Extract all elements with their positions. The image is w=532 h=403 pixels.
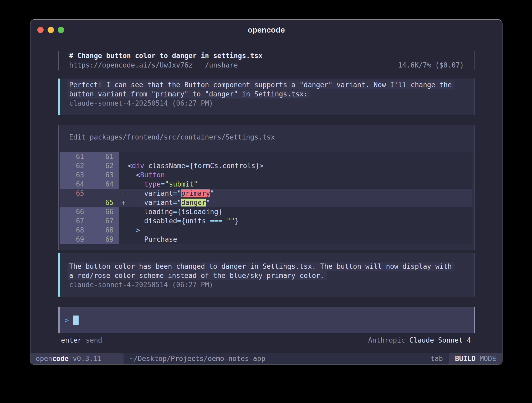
message-text-line: The button color has been changed to dan… [69, 262, 474, 271]
diff-code-line: loading={isLoading} [128, 207, 472, 216]
old-line-number [60, 198, 90, 207]
diff-row: 6868 > [60, 226, 472, 235]
diff-row: 65- variant="primary" [60, 189, 472, 198]
old-line-number: 66 [60, 207, 90, 216]
provider-name: Anthropic [368, 336, 405, 344]
diff-row: 65+ variant="danger" [60, 198, 472, 207]
diff-row: 6767 disabled={units === ""} [60, 216, 472, 226]
app-version: v0.3.11 [69, 355, 101, 363]
new-line-number: 69 [90, 235, 119, 244]
old-line-number: 67 [60, 216, 90, 226]
mode-label-bold: BUILD [455, 355, 475, 363]
diff-sign [119, 207, 128, 216]
unshare-command: /unshare [205, 60, 238, 70]
diff-sign [119, 226, 128, 235]
assistant-message: The button color has been changed to dan… [58, 253, 475, 297]
window-title: opencode [248, 25, 285, 34]
diff-code-line: <div className={formCs.controls}> [128, 161, 472, 170]
diff-row: 6363 <Button [60, 170, 472, 180]
diff-code-line: variant="danger" [128, 198, 472, 207]
session-header: # Change button color to danger in setti… [58, 51, 475, 70]
diff-row: 6161 [60, 152, 472, 161]
message-text-line: Perfect! I can see that the Button compo… [69, 80, 474, 90]
new-line-number [90, 189, 119, 198]
share-url-link[interactable]: https://opencode.ai/s/UwJxv76z [69, 60, 193, 70]
new-line-number: 67 [90, 216, 119, 226]
message-model-timestamp: claude-sonnet-4-20250514 (06:27 PM) [69, 280, 474, 290]
app-name-open: open [36, 355, 52, 363]
diff-code-line: variant="primary" [128, 189, 472, 198]
old-line-number: 65 [60, 189, 90, 198]
old-line-number: 62 [60, 161, 90, 170]
status-bar: opencode v0.3.11 ~/Desktop/Projects/demo… [30, 353, 502, 364]
send-action-hint: send [86, 336, 102, 345]
message-text-line: a red/rose color scheme instead of the b… [69, 271, 474, 280]
window-titlebar[interactable]: opencode [30, 20, 502, 40]
traffic-lights [37, 20, 64, 40]
diff-sign: - [119, 189, 128, 198]
model-name: Claude Sonnet 4 [409, 336, 471, 344]
diff-code-line: <Button [128, 170, 472, 180]
send-action-hint [81, 336, 86, 345]
new-line-number: 66 [90, 207, 119, 216]
diff-sign [119, 161, 128, 170]
diff-code-line: > [128, 226, 472, 235]
close-button[interactable] [37, 27, 44, 33]
old-line-number: 61 [60, 152, 90, 161]
working-directory: ~/Desktop/Projects/demo-notes-app [130, 353, 265, 364]
old-line-number: 64 [60, 180, 90, 189]
edit-tool-card: Edit packages/frontend/src/containers/Se… [58, 125, 475, 250]
new-line-number: 65 [90, 198, 119, 207]
session-title: # Change button color to danger in setti… [69, 51, 464, 60]
text-cursor [73, 316, 79, 325]
diff-code-line: disabled={units === ""} [128, 216, 472, 226]
diff-row: 6666 loading={isLoading} [60, 207, 472, 216]
new-line-number: 62 [90, 161, 119, 170]
diff-sign [119, 216, 128, 226]
mode-label-rest: MODE [475, 355, 496, 363]
diff-sign [119, 152, 128, 161]
enter-key-hint: enter [61, 336, 81, 345]
app-name-code: code [52, 355, 69, 363]
assistant-message: Perfect! I can see that the Button compo… [58, 79, 475, 115]
app-version-chip: opencode v0.3.11 [30, 353, 124, 364]
diff-sign [119, 170, 128, 180]
diff-sign: + [119, 198, 128, 207]
opencode-window: opencode # Change button color to danger… [30, 19, 503, 365]
diff-row: 6969 Purchase [60, 235, 472, 244]
new-line-number: 63 [90, 170, 119, 180]
edit-file-path: Edit packages/frontend/src/containers/Se… [59, 133, 474, 142]
input-hints-row: enter send Anthropic Claude Sonnet 4 [58, 336, 475, 345]
new-line-number: 61 [90, 152, 119, 161]
minimize-button[interactable] [48, 27, 54, 33]
mode-chip[interactable]: BUILD MODE [449, 353, 502, 364]
diff-row: 6262<div className={formCs.controls}> [60, 161, 472, 170]
diff-code-line: Purchase [128, 235, 472, 244]
maximize-button[interactable] [58, 27, 64, 33]
token-usage-cost: 14.6K/7% ($0.07) [398, 60, 464, 70]
old-line-number: 68 [60, 226, 90, 235]
new-line-number: 68 [90, 226, 119, 235]
old-line-number: 69 [60, 235, 90, 244]
message-model-timestamp: claude-sonnet-4-20250514 (06:27 PM) [69, 99, 474, 108]
model-indicator: Anthropic Claude Sonnet 4 [368, 336, 471, 345]
new-line-number: 64 [90, 180, 119, 189]
diff-row: 6464 type="submit" [60, 180, 472, 189]
prompt-input[interactable]: > [58, 307, 475, 333]
diff-code-line: type="submit" [128, 180, 472, 189]
diff-sign [119, 180, 128, 189]
tab-key-hint: tab [431, 353, 443, 364]
message-text-line: button variant from "primary" to "danger… [69, 90, 474, 99]
diff-view: 61616262<div className={formCs.controls}… [60, 152, 472, 244]
old-line-number: 63 [60, 170, 90, 180]
diff-sign [119, 235, 128, 244]
prompt-chevron: > [65, 316, 69, 324]
diff-code-line [128, 152, 472, 161]
